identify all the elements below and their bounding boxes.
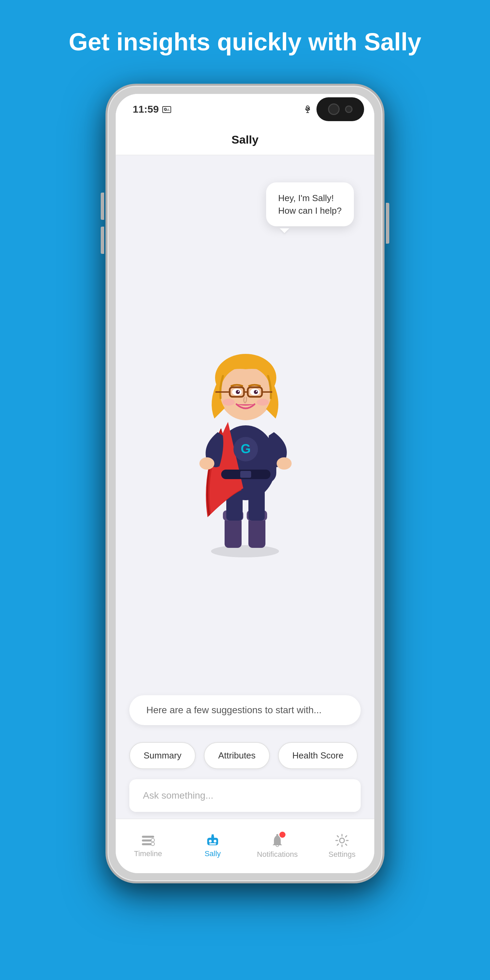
phone-mockup: 11:59 <box>105 84 385 883</box>
status-time: 11:59 <box>133 103 171 115</box>
svg-point-56 <box>340 838 344 843</box>
hero-title: Get insights quickly with Sally <box>35 27 455 56</box>
svg-point-49 <box>214 840 216 843</box>
svg-rect-0 <box>163 107 171 113</box>
notification-badge <box>279 832 285 838</box>
camera-notch <box>317 97 364 121</box>
sally-nav-icon <box>205 834 220 846</box>
svg-point-45 <box>151 838 154 842</box>
chips-row: Summary Attributes Health Score <box>116 735 374 776</box>
suggestions-text: Here are a few suggestions to start with… <box>146 705 321 715</box>
nav-label-settings: Settings <box>328 850 356 859</box>
timeline-icon <box>141 834 155 846</box>
chip-summary[interactable]: Summary <box>129 742 196 769</box>
svg-point-10 <box>211 545 279 557</box>
sally-svg: G <box>180 320 310 558</box>
svg-point-23 <box>199 457 215 469</box>
power-button <box>386 203 389 243</box>
camera-dot-1 <box>328 103 340 115</box>
hero-section: Get insights quickly with Sally <box>8 0 482 56</box>
mute-icon <box>303 105 312 114</box>
svg-point-37 <box>254 390 258 394</box>
chip-attributes[interactable]: Attributes <box>204 742 270 769</box>
svg-point-36 <box>236 390 240 394</box>
input-bar[interactable]: Ask something... <box>129 779 361 812</box>
svg-point-39 <box>256 391 257 392</box>
sally-character: G <box>180 320 310 558</box>
nav-item-timeline[interactable]: Timeline <box>116 831 180 862</box>
svg-rect-11 <box>224 517 242 548</box>
svg-text:G: G <box>240 442 251 456</box>
suggestions-banner: Here are a few suggestions to start with… <box>129 695 361 725</box>
sally-area: Hey, I'm Sally! How can I help? <box>116 155 374 695</box>
svg-rect-20 <box>240 471 251 478</box>
svg-rect-12 <box>248 517 266 548</box>
nav-label-sally: Sally <box>205 850 221 858</box>
nav-label-timeline: Timeline <box>134 850 162 858</box>
volume-down-button <box>101 227 104 254</box>
chip-health-score[interactable]: Health Score <box>278 742 358 769</box>
nav-item-settings[interactable]: Settings <box>310 830 374 862</box>
svg-point-38 <box>238 391 239 392</box>
nav-item-notifications[interactable]: Notifications <box>245 830 310 862</box>
phone-screen: 11:59 <box>116 94 374 873</box>
svg-rect-42 <box>142 836 154 838</box>
speech-bubble: Hey, I'm Sally! How can I help? <box>266 182 354 226</box>
app-header-title: Sally <box>231 133 258 146</box>
svg-point-24 <box>277 457 292 469</box>
input-placeholder: Ask something... <box>143 790 213 801</box>
svg-rect-50 <box>209 843 216 845</box>
volume-up-button <box>101 192 104 220</box>
svg-point-40 <box>223 399 235 406</box>
svg-point-55 <box>276 834 278 836</box>
svg-point-41 <box>256 399 269 406</box>
svg-point-48 <box>209 840 212 843</box>
camera-dot-2 <box>345 105 353 113</box>
photo-icon <box>162 105 171 113</box>
bottom-nav: Timeline Sally <box>116 819 374 873</box>
app-header: Sally <box>116 124 374 155</box>
svg-rect-43 <box>142 840 151 842</box>
nav-item-sally[interactable]: Sally <box>180 831 245 862</box>
nav-label-notifications: Notifications <box>257 850 298 859</box>
notification-icon-wrapper <box>271 834 283 847</box>
svg-point-28 <box>220 366 271 420</box>
bubble-line1: Hey, I'm Sally! <box>278 192 342 204</box>
bubble-line2: How can I help? <box>278 205 342 217</box>
screen-content: Hey, I'm Sally! How can I help? <box>116 155 374 819</box>
gear-icon <box>335 834 349 847</box>
svg-point-46 <box>151 842 154 846</box>
status-bar: 11:59 <box>116 94 374 124</box>
